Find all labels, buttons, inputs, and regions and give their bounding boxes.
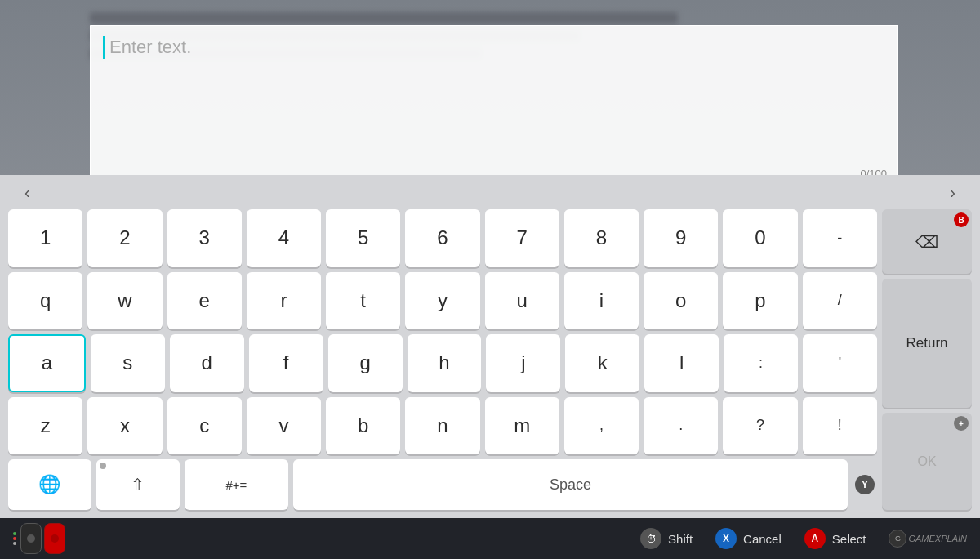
x-badge: X (715, 528, 737, 549)
key-t[interactable]: t (326, 272, 400, 330)
key-symbols[interactable]: #+= (185, 459, 288, 510)
zxcv-row: z x c v b n m , . ? ! (8, 397, 877, 455)
key-f[interactable]: f (249, 334, 323, 392)
gamexplain-logo: G GAMEXPLAIN (889, 530, 967, 548)
key-q[interactable]: q (8, 272, 82, 330)
keyboard-area: ‹ › 1 2 3 4 5 6 7 8 9 0 - q w e (0, 175, 980, 518)
key-v[interactable]: v (247, 397, 321, 455)
key-0[interactable]: 0 (723, 209, 797, 267)
key-slash[interactable]: / (803, 272, 877, 330)
key-dash[interactable]: - (803, 209, 877, 267)
bottom-bar-left (13, 523, 640, 554)
return-button[interactable]: Return (882, 279, 972, 408)
nav-right-button[interactable]: › (942, 180, 964, 205)
backspace-button[interactable]: ⌫ B (882, 209, 972, 274)
key-o[interactable]: o (644, 272, 718, 330)
key-a[interactable]: a (8, 334, 86, 392)
key-space[interactable]: Space (293, 459, 848, 510)
bottom-key-row: 🌐 ⇧ #+= Space Y (8, 459, 877, 510)
key-2[interactable]: 2 (87, 209, 162, 267)
key-question[interactable]: ? (723, 397, 797, 455)
joycon-right (44, 523, 65, 554)
key-5[interactable]: 5 (326, 209, 400, 267)
cancel-action[interactable]: X Cancel (715, 528, 782, 549)
shift-icon: ⏱ (640, 528, 662, 549)
key-z[interactable]: z (8, 397, 82, 455)
a-bottom-badge: A (804, 528, 826, 549)
key-comma[interactable]: , (564, 397, 639, 455)
key-m[interactable]: m (485, 397, 559, 455)
key-g[interactable]: g (328, 334, 403, 392)
placeholder-text: Enter text. (109, 37, 191, 58)
cancel-label: Cancel (743, 532, 782, 546)
key-y[interactable]: y (405, 272, 479, 330)
key-j[interactable]: j (486, 334, 560, 392)
select-action[interactable]: A Select (804, 528, 866, 549)
key-globe[interactable]: 🌐 (8, 459, 91, 510)
shift-label: Shift (668, 532, 693, 546)
key-x[interactable]: x (87, 397, 162, 455)
nav-left-button[interactable]: ‹ (16, 180, 38, 205)
return-label: Return (906, 335, 947, 351)
number-row: 1 2 3 4 5 6 7 8 9 0 - (8, 209, 877, 267)
key-h[interactable]: h (408, 334, 482, 392)
key-apostrophe[interactable]: ' (803, 334, 877, 392)
cursor-line: Enter text. (103, 36, 885, 59)
key-b[interactable]: b (326, 397, 400, 455)
key-w[interactable]: w (87, 272, 162, 330)
key-l[interactable]: l (644, 334, 719, 392)
y-badge: Y (855, 475, 875, 494)
keys-area: 1 2 3 4 5 6 7 8 9 0 - q w e r t y u (0, 209, 980, 518)
dot-green (13, 532, 16, 535)
main-keys: 1 2 3 4 5 6 7 8 9 0 - q w e r t y u (8, 209, 877, 510)
asdf-row: a s d f g h j k l : ' (8, 334, 877, 392)
key-4[interactable]: 4 (247, 209, 321, 267)
key-s[interactable]: s (91, 334, 165, 392)
a-badge: + (954, 416, 969, 431)
key-colon[interactable]: : (724, 334, 798, 392)
shift-action: ⏱ Shift (640, 528, 693, 549)
dot-red (13, 537, 16, 540)
key-6[interactable]: 6 (405, 209, 479, 267)
bottom-bar: ⏱ Shift X Cancel A Select G GAMEXPLAIN (0, 518, 980, 559)
key-c[interactable]: c (167, 397, 242, 455)
key-7[interactable]: 7 (485, 209, 559, 267)
key-3[interactable]: 3 (167, 209, 242, 267)
key-1[interactable]: 1 (8, 209, 82, 267)
key-p[interactable]: p (723, 272, 797, 330)
ok-label: OK (917, 454, 936, 469)
backspace-icon: ⌫ (915, 232, 938, 252)
key-exclaim[interactable]: ! (803, 397, 877, 455)
key-d[interactable]: d (170, 334, 244, 392)
joycon-left (20, 523, 42, 554)
key-8[interactable]: 8 (564, 209, 639, 267)
key-k[interactable]: k (565, 334, 639, 392)
key-e[interactable]: e (167, 272, 242, 330)
key-u[interactable]: u (485, 272, 559, 330)
key-9[interactable]: 9 (644, 209, 718, 267)
key-period[interactable]: . (644, 397, 718, 455)
qwerty-row: q w e r t y u i o p / (8, 272, 877, 330)
text-input-container[interactable]: Enter text. 0/100 (90, 25, 898, 188)
side-keys: ⌫ B Return + OK (882, 209, 972, 510)
dot-gray (13, 542, 16, 545)
nav-row: ‹ › (0, 175, 980, 209)
bottom-bar-right: ⏱ Shift X Cancel A Select G GAMEXPLAIN (640, 528, 967, 549)
key-n[interactable]: n (405, 397, 479, 455)
key-r[interactable]: r (247, 272, 321, 330)
blurred-line-1 (90, 12, 678, 24)
b-badge: B (954, 212, 969, 227)
text-cursor (103, 36, 105, 59)
select-label: Select (832, 532, 866, 546)
switch-icon (13, 523, 65, 554)
key-shift[interactable]: ⇧ (96, 459, 180, 510)
ok-button[interactable]: + OK (882, 413, 972, 510)
key-i[interactable]: i (564, 272, 639, 330)
